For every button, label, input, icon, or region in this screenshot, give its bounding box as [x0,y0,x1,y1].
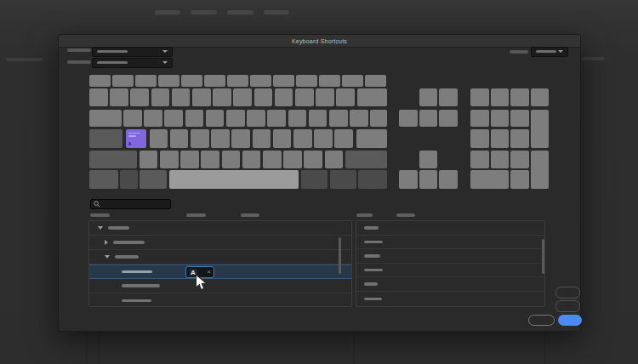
keyboard-key[interactable] [140,151,158,168]
chip-remove-icon[interactable]: × [207,269,211,276]
keyboard-key[interactable] [263,151,282,168]
keyboard-key[interactable] [250,75,271,87]
keyboard-key[interactable] [181,75,202,87]
keyboard-key[interactable] [491,88,510,106]
shortcut-row[interactable] [89,250,351,264]
keyboard-key[interactable] [267,110,286,127]
left-panel-scrollbar[interactable] [339,237,341,274]
keyboard-key[interactable] [211,129,230,148]
keyboard-key[interactable] [399,110,418,127]
keyboard-key[interactable] [254,88,273,106]
shortcut-detail-row[interactable] [356,249,544,264]
shortcut-row[interactable] [89,293,351,308]
keyboard-key[interactable] [345,151,387,168]
chevron-right-icon[interactable] [105,240,108,245]
keyboard-key[interactable] [419,170,438,189]
keyboard-key[interactable] [201,151,219,168]
keyboard-key[interactable] [491,129,510,148]
shortcut-row[interactable] [89,279,351,293]
keyboard-key[interactable] [293,129,312,148]
keyboard-key[interactable] [419,88,438,106]
shortcut-row-selected[interactable]: A× [89,264,351,279]
keyboard-key[interactable] [192,88,211,106]
keyboard-key[interactable] [288,110,307,127]
keyboard-key[interactable] [112,75,134,87]
keyboard-key[interactable] [419,110,438,127]
keyboard-key[interactable] [510,88,529,106]
keyboard-key[interactable] [470,88,489,106]
shortcut-detail-row[interactable] [356,236,544,250]
keyboard-key[interactable] [470,151,489,168]
keyboard-key[interactable] [319,75,340,87]
keyboard-key[interactable] [144,110,162,127]
keyboard-key[interactable] [370,110,387,127]
keyboard-key[interactable] [89,88,108,106]
keyboard-key[interactable] [226,110,245,127]
keyboard-key[interactable] [309,110,328,127]
keyboard-key[interactable] [439,88,458,106]
keyboard-key[interactable] [330,170,356,189]
keyboard-key[interactable] [206,110,225,127]
shortcut-detail-row[interactable] [356,277,544,292]
keyboard-key[interactable] [158,75,179,87]
keyboard-key[interactable] [89,151,137,168]
keyboard-key[interactable] [325,151,344,168]
right-panel-scrollbar[interactable] [542,239,544,274]
keyboard-key[interactable] [531,151,550,189]
keyboard-key[interactable] [350,110,368,127]
shortcut-detail-row[interactable] [356,264,544,278]
keyboard-key[interactable] [470,170,509,189]
shortcut-key-chip[interactable]: A× [185,266,214,278]
keyboard-key[interactable] [304,151,322,168]
chevron-down-icon[interactable] [105,255,110,259]
keyboard-key[interactable] [295,88,314,106]
keyboard-key[interactable] [89,129,122,148]
keyboard-key[interactable] [365,75,386,87]
keyboard-key[interactable] [399,170,418,189]
shortcut-row[interactable] [89,221,351,236]
keyboard-key[interactable] [439,170,458,189]
keyboard-key[interactable] [204,75,225,87]
ok-button[interactable] [558,315,582,326]
keyboard-key[interactable] [180,151,199,168]
chevron-down-icon[interactable] [98,226,103,230]
keyboard-key[interactable] [160,151,179,168]
keyboard-key[interactable] [510,110,529,127]
keyboard-key[interactable] [213,88,231,106]
keyboard-key[interactable] [491,110,510,127]
keyboard-key[interactable] [357,88,388,106]
keyboard-key[interactable] [356,129,388,148]
keyboard-key[interactable] [242,151,261,168]
keyboard-key[interactable] [231,129,250,148]
keyboard-key[interactable] [89,75,111,87]
keyboard-key[interactable] [336,88,355,106]
keyboard-key[interactable] [89,170,118,189]
keyboard-key[interactable] [273,75,294,87]
keyboard-key[interactable] [247,110,265,127]
keyboard-key[interactable] [531,110,550,148]
keyboard-key[interactable] [301,170,328,189]
keyboard-key[interactable] [151,88,170,106]
keyboard-key[interactable] [170,129,189,148]
keyboard-key[interactable] [164,110,183,127]
keyboard-key[interactable] [233,88,252,106]
keyboard-key[interactable] [150,129,168,148]
keyboard-key[interactable] [419,151,438,168]
keyboard-key[interactable] [185,110,204,127]
keyboard-key[interactable] [296,75,317,87]
keyboard-key[interactable] [110,88,128,106]
keyboard-key[interactable] [191,129,209,148]
keyboard-key[interactable] [273,129,292,148]
keyboard-key[interactable] [227,75,248,87]
keyboard-key[interactable] [314,129,333,148]
search-input[interactable] [90,199,171,209]
keyboard-key[interactable] [275,88,293,106]
keyboard-key[interactable] [439,110,458,127]
keyboard-key[interactable] [510,170,529,189]
keyboard-key[interactable] [531,88,550,106]
shortcut-row[interactable] [89,236,351,250]
shortcut-detail-row[interactable] [356,221,544,236]
keyboard-key[interactable] [130,88,149,106]
keyboard-key[interactable] [334,129,353,148]
keyboard-key[interactable] [470,110,489,127]
